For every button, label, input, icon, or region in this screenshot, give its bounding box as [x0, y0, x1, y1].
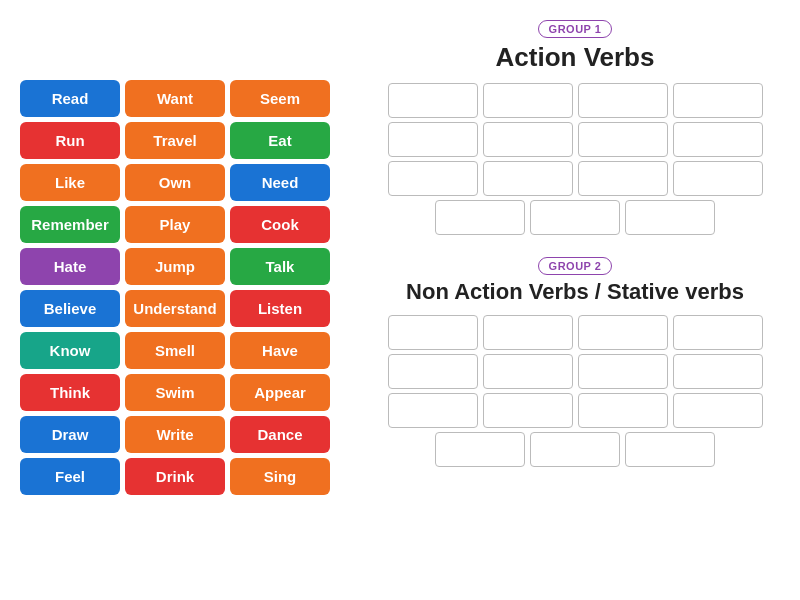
action-answer-box[interactable]: [530, 200, 620, 235]
action-verbs-row2: [388, 122, 763, 157]
action-answer-box[interactable]: [673, 161, 763, 196]
word-button[interactable]: Draw: [20, 416, 120, 453]
word-grid: ReadWantSeemRunTravelEatLikeOwnNeedRemem…: [20, 80, 330, 495]
word-button[interactable]: Run: [20, 122, 120, 159]
word-button[interactable]: Write: [125, 416, 225, 453]
stative-answer-box[interactable]: [673, 393, 763, 428]
word-button[interactable]: Remember: [20, 206, 120, 243]
action-verbs-row1: [388, 83, 763, 118]
group2-badge: GROUP 2: [538, 257, 613, 275]
stative-answer-box[interactable]: [578, 393, 668, 428]
stative-answer-box[interactable]: [530, 432, 620, 467]
group1-badge: GROUP 1: [538, 20, 613, 38]
action-answer-box[interactable]: [483, 122, 573, 157]
right-panel: GROUP 1 Action Verbs GROUP 2 Non Action …: [350, 0, 800, 600]
action-verbs-row3: [388, 161, 763, 196]
word-button[interactable]: Listen: [230, 290, 330, 327]
stative-answer-box[interactable]: [388, 393, 478, 428]
word-button[interactable]: Jump: [125, 248, 225, 285]
word-button[interactable]: Feel: [20, 458, 120, 495]
word-button[interactable]: Like: [20, 164, 120, 201]
stative-answer-box[interactable]: [673, 315, 763, 350]
action-answer-box[interactable]: [483, 83, 573, 118]
stative-answer-box[interactable]: [483, 315, 573, 350]
word-button[interactable]: Appear: [230, 374, 330, 411]
stative-answer-box[interactable]: [483, 393, 573, 428]
word-button[interactable]: Hate: [20, 248, 120, 285]
action-answer-box[interactable]: [388, 161, 478, 196]
action-answer-box[interactable]: [578, 122, 668, 157]
word-button[interactable]: Know: [20, 332, 120, 369]
word-button[interactable]: Own: [125, 164, 225, 201]
stative-answer-box[interactable]: [578, 354, 668, 389]
action-answer-box[interactable]: [388, 122, 478, 157]
word-button[interactable]: Drink: [125, 458, 225, 495]
group2-title: Non Action Verbs / Stative verbs: [406, 279, 744, 305]
word-button[interactable]: Smell: [125, 332, 225, 369]
word-button[interactable]: Seem: [230, 80, 330, 117]
word-button[interactable]: Play: [125, 206, 225, 243]
action-answer-box[interactable]: [673, 122, 763, 157]
word-button[interactable]: Read: [20, 80, 120, 117]
word-button[interactable]: Want: [125, 80, 225, 117]
stative-verbs-row1: [388, 315, 763, 350]
action-answer-box[interactable]: [625, 200, 715, 235]
group1-title: Action Verbs: [496, 42, 655, 73]
action-answer-box[interactable]: [388, 83, 478, 118]
word-button[interactable]: Think: [20, 374, 120, 411]
action-answer-box[interactable]: [483, 161, 573, 196]
stative-answer-box[interactable]: [435, 432, 525, 467]
action-answer-box[interactable]: [578, 83, 668, 118]
stative-answer-box[interactable]: [388, 354, 478, 389]
word-button[interactable]: Cook: [230, 206, 330, 243]
word-button[interactable]: Need: [230, 164, 330, 201]
word-button[interactable]: Travel: [125, 122, 225, 159]
word-button[interactable]: Talk: [230, 248, 330, 285]
stative-verbs-row3: [388, 393, 763, 428]
word-button[interactable]: Have: [230, 332, 330, 369]
word-button[interactable]: Understand: [125, 290, 225, 327]
word-button[interactable]: Dance: [230, 416, 330, 453]
stative-answer-box[interactable]: [673, 354, 763, 389]
stative-verbs-row2: [388, 354, 763, 389]
group2-section: GROUP 2 Non Action Verbs / Stative verbs: [388, 257, 763, 471]
stative-answer-box[interactable]: [625, 432, 715, 467]
word-button[interactable]: Believe: [20, 290, 120, 327]
word-button[interactable]: Swim: [125, 374, 225, 411]
action-answer-box[interactable]: [673, 83, 763, 118]
action-answer-box[interactable]: [435, 200, 525, 235]
stative-answer-box[interactable]: [483, 354, 573, 389]
left-panel: ReadWantSeemRunTravelEatLikeOwnNeedRemem…: [0, 0, 350, 600]
stative-verbs-row4: [435, 432, 715, 467]
stative-answer-box[interactable]: [388, 315, 478, 350]
stative-answer-box[interactable]: [578, 315, 668, 350]
action-verbs-row4: [435, 200, 715, 235]
word-button[interactable]: Sing: [230, 458, 330, 495]
word-button[interactable]: Eat: [230, 122, 330, 159]
action-answer-box[interactable]: [578, 161, 668, 196]
